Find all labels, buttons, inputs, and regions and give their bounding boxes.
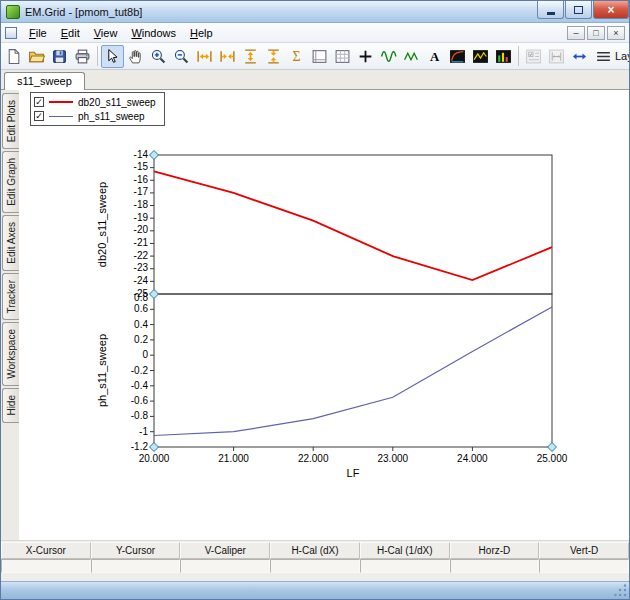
y-tick-label: -21 [134,237,149,248]
shrink-width-icon[interactable] [216,45,239,68]
zoom-out-icon[interactable] [170,45,193,68]
legend-checkbox[interactable]: ✓ [34,111,44,121]
zoom-in-icon[interactable] [147,45,170,68]
document-icon [5,27,17,39]
marker-options-icon[interactable] [522,45,545,68]
app-icon [6,5,20,19]
x-tick-label: 20.000 [139,453,170,464]
side-tab-hide[interactable]: Hide [2,388,19,423]
y-tick-label: 0.2 [134,334,148,345]
print-icon[interactable] [71,45,94,68]
layout-button[interactable]: Layou [591,45,629,68]
spectrum-icon[interactable] [492,45,515,68]
legend-item-label: db20_s11_sweep [78,97,156,108]
axis-handle[interactable] [150,443,159,452]
y-tick-label: -24 [134,275,149,286]
side-tabs: Edit PlotsEdit GraphEdit AxesTrackerWork… [1,90,19,540]
resize-grip[interactable] [614,584,628,598]
cursor-readout-table: X-CursorY-CursorV-CaliperH-Cal (dX)H-Cal… [1,540,629,574]
cursor-col-y-cursor: Y-Cursor [91,542,181,559]
add-trace-icon[interactable] [354,45,377,68]
side-tab-workspace[interactable]: Workspace [2,322,19,386]
layout-button-label: Layou [615,50,629,62]
menubar-items: FileEditViewWindowsHelp [22,25,220,41]
window-controls: × [536,1,629,19]
shrink-height-icon[interactable] [262,45,285,68]
save-icon[interactable] [48,45,71,68]
y-tick-label: 0.8 [134,292,148,303]
y-tick-label: 0.4 [134,319,148,330]
legend-item-label: ph_s11_sweep [78,111,145,122]
graph-frame-icon[interactable] [308,45,331,68]
legend-item-ph-s11-sweep: ✓ph_s11_sweep [34,110,156,122]
plot-frame [154,155,552,294]
menu-edit[interactable]: Edit [54,25,87,41]
x-tick-label: 25.000 [537,453,568,464]
legend-checkbox[interactable]: ✓ [34,97,44,107]
tab-s11-sweep[interactable]: s11_sweep [4,72,85,90]
legend: ✓db20_s11_sweep✓ph_s11_sweep [30,92,165,126]
text-label-icon[interactable]: A [423,45,446,68]
cursor-value-cell [539,559,629,573]
y-tick-label: -1 [139,426,148,437]
axis-handle[interactable] [150,290,159,299]
cursor-col-vert-d: Vert-D [539,542,629,559]
series-db20_s11_sweep [154,171,552,280]
y-tick-label: -0.6 [131,395,149,406]
app-window: EM.Grid - [pmom_tut8b] × FileEditViewWin… [0,0,630,600]
minimize-button[interactable] [537,1,564,19]
fit-width-icon[interactable] [193,45,216,68]
y-tick-label: -1.2 [131,441,149,452]
side-tab-label: Hide [6,395,17,416]
surface-plot-icon[interactable] [469,45,492,68]
triangle-trace-icon[interactable] [400,45,423,68]
side-tab-tracker[interactable]: Tracker [2,273,19,321]
menubar: FileEditViewWindowsHelp – □ × [1,23,629,43]
new-document-icon[interactable] [2,45,25,68]
y-tick-label: 0 [142,349,148,360]
minimize-icon [547,12,555,15]
mdi-restore-button[interactable]: □ [587,26,605,40]
link-axes-icon[interactable] [568,45,591,68]
menu-view[interactable]: View [87,25,125,41]
pan-hand-icon[interactable] [124,45,147,68]
plot-canvas: -14-15-16-17-18-19-20-21-22-23-24-25db20… [88,145,568,490]
open-folder-icon[interactable] [25,45,48,68]
menu-windows[interactable]: Windows [124,25,183,41]
y-tick-label: -0.2 [131,365,149,376]
mdi-close-button[interactable]: × [607,26,625,40]
y-axis-title: db20_s11_sweep [96,182,108,267]
cursor-value-cell [91,559,181,573]
side-tab-edit-plots[interactable]: Edit Plots [2,93,19,149]
cursor-table-header: X-CursorY-CursorV-CaliperH-Cal (dX)H-Cal… [1,542,629,559]
maximize-button[interactable] [565,1,592,19]
side-tab-edit-axes[interactable]: Edit Axes [2,215,19,271]
cursor-col-h-cal-1-dx: H-Cal (1/dX) [360,542,450,559]
close-icon: × [607,4,614,16]
y-tick-label: -18 [134,199,149,210]
fit-height-icon[interactable] [239,45,262,68]
legend-line-sample [49,116,73,117]
caliper-options-icon[interactable] [545,45,568,68]
axis-handle[interactable] [150,151,159,160]
menu-help[interactable]: Help [183,25,220,41]
cursor-col-v-caliper: V-Caliper [180,542,270,559]
close-button[interactable]: × [593,1,629,19]
colormap-icon[interactable] [446,45,469,68]
maximize-icon [574,6,583,14]
side-tab-label: Edit Graph [6,158,17,206]
graph-grid-icon[interactable] [331,45,354,68]
y-axis-title: ph_s11_sweep [96,334,108,407]
select-pointer-icon[interactable] [101,45,124,68]
axis-handle[interactable] [548,443,557,452]
main-area: Edit PlotsEdit GraphEdit AxesTrackerWork… [1,90,629,540]
sine-trace-icon[interactable] [377,45,400,68]
x-tick-label: 22.000 [298,453,329,464]
legend-line-sample [49,101,73,103]
mdi-minimize-button[interactable]: – [567,26,585,40]
autoscale-icon[interactable]: Σ [285,45,308,68]
side-tab-edit-graph[interactable]: Edit Graph [2,151,19,213]
menu-file[interactable]: File [22,25,54,41]
y-tick-label: -20 [134,224,149,235]
window-title: EM.Grid - [pmom_tut8b] [25,6,142,18]
